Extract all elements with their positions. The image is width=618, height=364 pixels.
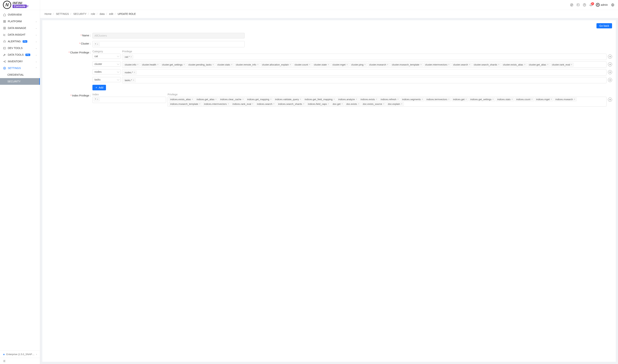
privilege-tag-input[interactable]: cat.*✕ [122,54,606,60]
sidebar-item-datatools[interactable]: DATA TOOLS Pro ⌄ [0,52,40,58]
sidebar-item-datainsight[interactable]: DATA INSIGHT ⌄ [0,31,40,38]
tag-remove-icon[interactable]: ✕ [465,98,467,101]
sidebar-item-datamanage[interactable]: DATA MANAGE ⌄ [0,25,40,31]
tag-remove-icon[interactable]: ✕ [97,98,98,101]
tag-remove-icon[interactable]: ✕ [498,64,500,66]
delete-row-button[interactable]: ✕ [608,78,612,82]
sidebar-item-platform[interactable]: PLATFORM ⌄ [0,18,40,25]
sidebar-item-devtools[interactable]: DEV TOOLS ⌄ [0,45,40,52]
compass-icon[interactable] [570,3,573,6]
tag-remove-icon[interactable]: ✕ [333,98,335,101]
tag-remove-icon[interactable]: ✕ [448,98,450,101]
delete-row-button[interactable]: ✕ [608,98,612,102]
index-tag-input[interactable]: *✕ [92,97,166,103]
tag-remove-icon[interactable]: ✕ [97,43,98,45]
category-select[interactable]: cat [92,54,121,59]
category-select[interactable]: tasks [92,77,121,82]
tag-remove-icon[interactable]: ✕ [469,64,471,66]
tag-remove-icon[interactable]: ✕ [270,98,272,101]
sidebar-item-alerting[interactable]: ALERTING Pro ⌄ [0,38,40,45]
collapse-toggle[interactable] [0,358,40,364]
tag-remove-icon[interactable]: ✕ [551,98,552,101]
breadcrumb-item[interactable]: SECURITY [73,13,87,15]
tag-remove-icon[interactable]: ✕ [524,64,526,66]
privilege-tag-input[interactable]: cluster.info✕cluster.health✕cluster.get_… [122,61,606,68]
tag: indices.validate_query✕ [274,97,303,101]
tag-remove-icon[interactable]: ✕ [364,64,366,66]
name-label: *Name : [46,33,92,37]
fullscreen-icon[interactable] [577,3,579,6]
tag-remove-icon[interactable]: ✕ [199,103,201,105]
tag-remove-icon[interactable]: ✕ [547,64,549,66]
tag-remove-icon[interactable]: ✕ [309,64,311,66]
add-cluster-privilege-button[interactable]: ＋ Add [92,85,106,90]
tag-remove-icon[interactable]: ✕ [355,98,357,101]
category-select[interactable]: cluster [92,61,121,67]
category-select[interactable]: nodes [92,69,121,74]
tag-remove-icon[interactable]: ✕ [252,103,253,105]
tag-remove-icon[interactable]: ✕ [227,103,229,105]
tag-remove-icon[interactable]: ✕ [328,103,329,105]
go-back-button[interactable]: Go back [596,23,612,28]
tag-remove-icon[interactable]: ✕ [183,64,185,66]
delete-row-button[interactable]: ✕ [608,54,612,59]
sidebar-subitem-credential[interactable]: CREDENTIAL [0,71,40,78]
breadcrumb-item[interactable]: data [100,13,105,15]
tag-remove-icon[interactable]: ✕ [421,98,423,101]
tag-remove-icon[interactable]: ✕ [257,64,259,66]
cluster-privilege-row: nodesnodes.*✕✕ [92,69,612,76]
tag-remove-icon[interactable]: ✕ [231,64,233,66]
tag-remove-icon[interactable]: ✕ [571,64,572,66]
globe-icon[interactable] [611,3,614,6]
privilege-tag-input[interactable]: nodes.*✕ [122,69,606,76]
tag-remove-icon[interactable]: ✕ [574,98,575,101]
sidebar-item-overview[interactable]: OVERVIEW [0,11,40,18]
tag-remove-icon[interactable]: ✕ [273,103,275,105]
privilege-tag-input[interactable]: tasks.*✕ [122,77,606,83]
user-menu[interactable]: N admin [596,3,608,7]
sidebar-item-settings[interactable]: SETTINGS ⌃ [0,65,40,71]
breadcrumb-item[interactable]: Home [45,13,52,15]
notification-bell-icon[interactable]: 9 [590,3,592,6]
tag-remove-icon[interactable]: ✕ [289,64,291,66]
tag: indices.clear_cache✕ [219,97,245,101]
tag-remove-icon[interactable]: ✕ [157,64,159,66]
tag-remove-icon[interactable]: ✕ [300,98,301,101]
tag-remove-icon[interactable]: ✕ [387,64,388,66]
tag-remove-icon[interactable]: ✕ [242,98,244,101]
tag-remove-icon[interactable]: ✕ [303,103,304,105]
help-icon[interactable] [583,3,586,6]
tag-remove-icon[interactable]: ✕ [215,98,217,101]
delete-row-button[interactable]: ✕ [608,62,612,66]
tag-remove-icon[interactable]: ✕ [212,64,214,66]
breadcrumb-item[interactable]: edit [109,13,113,15]
tag-remove-icon[interactable]: ✕ [511,98,513,101]
index-privilege-tag-input[interactable]: indices.exists_alias✕indices.get_alias✕i… [168,97,606,107]
breadcrumb-item[interactable]: role [91,13,95,15]
tag-remove-icon[interactable]: ✕ [448,64,450,66]
tag-remove-icon[interactable]: ✕ [420,64,422,66]
tag-remove-icon[interactable]: ✕ [383,103,384,105]
tag-remove-icon[interactable]: ✕ [341,103,343,105]
delete-row-button[interactable]: ✕ [608,70,612,74]
tag-remove-icon[interactable]: ✕ [397,98,399,101]
tag-remove-icon[interactable]: ✕ [376,98,377,101]
sidebar-item-inventory[interactable]: INVENTORY ⌄ [0,58,40,65]
tag-remove-icon[interactable]: ✕ [346,64,348,66]
tag-remove-icon[interactable]: ✕ [134,71,135,74]
tag-remove-icon[interactable]: ✕ [137,64,139,66]
tag-remove-icon[interactable]: ✕ [133,79,134,81]
tag-remove-icon[interactable]: ✕ [492,98,494,101]
tag-remove-icon[interactable]: ✕ [531,98,533,101]
cluster-tag-input[interactable]: *✕ [92,41,245,47]
sidebar-item-label: DATA MANAGE [8,26,26,29]
tag-remove-icon[interactable]: ✕ [130,56,132,58]
tag-remove-icon[interactable]: ✕ [192,98,193,101]
sidebar-subitem-security[interactable]: SECURITY [0,78,40,85]
tag-remove-icon[interactable]: ✕ [328,64,329,66]
logo[interactable]: N INFINI Console/// [3,1,28,9]
tag-remove-icon[interactable]: ✕ [401,103,403,105]
breadcrumb-item[interactable]: SETTINGS [56,13,69,15]
sidebar-footer[interactable]: ◈ Enterprise (1.5.0_SNAPS… › [0,351,40,358]
tag-remove-icon[interactable]: ✕ [358,103,359,105]
